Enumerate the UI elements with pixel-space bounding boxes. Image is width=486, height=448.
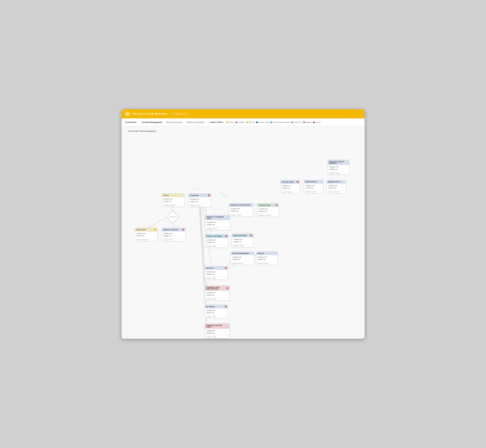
card-create-account-footer: Designer: Aloïs <box>162 238 185 241</box>
card-change-plan-footer: Designer: Guillaume <box>257 214 279 217</box>
badge-setup-usage: Set up usage services <box>271 121 290 123</box>
card-compare-subscription[interactable]: COMPARE YOUR SUBSCRIPTION -Desktop Link … <box>205 286 230 301</box>
badge-signup: Sign Up <box>246 121 255 123</box>
card-check-out-footer: Designer: Guillaume <box>135 238 157 241</box>
navbar: GLOSSARY Account Management Check Out Se… <box>122 118 365 126</box>
checkout-warning-badge <box>154 229 156 231</box>
badge-signup-dot <box>246 121 248 123</box>
svg-rect-0 <box>127 113 127 114</box>
card-check-out[interactable]: CHECK OUT -Desktop Link -Mobile Link Des… <box>135 228 158 241</box>
card-product-overview-footer: Designer: Manon <box>205 227 230 230</box>
card-change-plan[interactable]: CHANGE PLAN -Desktop Link -Mobile Link D… <box>257 203 279 217</box>
card-manage-options-footer: Designer: Manon <box>229 214 253 216</box>
card-add-sim-footer: Designer: Manon <box>281 191 300 193</box>
card-compare-subscription-body: -Desktop Link -Mobile Link <box>205 291 230 297</box>
badge-support: Support <box>303 121 312 123</box>
card-speed-boost-body: -Desktop Link -Mobile Link <box>304 184 323 190</box>
change-plan-error-badge <box>276 204 277 206</box>
badge-compare-dot <box>236 121 237 123</box>
card-product-overview[interactable]: PRODUCT OVERVIEW PAGE -Desktop Link -Mob… <box>205 215 230 230</box>
card-manage-fix-ip-header: MANAGE FIX IP <box>327 180 346 184</box>
card-create-account[interactable]: CREATE ACCOUNT -Desktop Link -Mobile Lin… <box>162 228 186 241</box>
gdpr-settings-error-badge <box>250 235 252 236</box>
card-manage-options-body: -Desktop Link -Mobile Link <box>229 207 253 213</box>
create-account-error-badge <box>182 229 184 231</box>
card-privacy-settings-body: -Desktop Link -Mobile Link <box>205 238 228 244</box>
badge-setup-usage-dot <box>271 121 272 123</box>
card-compare-subscription-footer: Designer: Joëlle <box>205 297 230 300</box>
badge-explore: Explore <box>226 121 234 123</box>
card-my-cases-footer: Designer: Joëlle <box>205 315 228 318</box>
badge-cancel: Cancel <box>313 121 321 123</box>
badge-checkout: Check Out <box>291 121 302 123</box>
user-steps-label: USER STEPS <box>208 121 225 123</box>
card-speed-boost-header: SPEED BOOST <box>304 180 323 184</box>
card-create-account-body: -Desktop Link -Mobile Link <box>162 231 185 238</box>
app-header: PROJECT FLOW MAPPING – TELENET 2.0 <box>122 109 365 118</box>
card-my-cases-body: -Desktop Link -Mobile Link <box>205 308 228 315</box>
badge-service-views-dot <box>256 121 258 123</box>
card-overview-body: -Desktop Link -Mobile Link <box>189 197 211 204</box>
card-gdpr-settings-footer: Designer: Joëlle <box>232 244 253 247</box>
diamond-label: Can't log in? <box>166 216 179 217</box>
card-manage-fix-ip-footer: Designer: Manon <box>327 190 346 193</box>
card-log-in-header: LOG IN <box>162 194 184 197</box>
card-manage-fix-ip[interactable]: MANAGE FIX IP -Desktop Link -Mobile Link… <box>327 180 346 193</box>
card-invoice-hardware[interactable]: INVOICE HARDWARE -Desktop Link -Mobile L… <box>231 252 254 265</box>
card-invoice[interactable]: INVOICE -Desktop Link -Mobile Link Desig… <box>256 252 278 265</box>
card-generate-return-label-header: GENERATE RETURN LABEL <box>205 324 230 328</box>
svg-rect-3 <box>128 114 129 115</box>
card-my-bills[interactable]: MY BILLS -Desktop Link -Mobile Link Desi… <box>205 266 228 280</box>
card-manage-options[interactable]: MANAGE YOUR OPTIONS -Desktop Link -Mobil… <box>229 203 253 217</box>
badge-cancel-dot <box>313 121 315 123</box>
card-invoice-hardware-footer: Designer: Manon <box>231 262 254 265</box>
card-check-out-body: -Desktop Link -Mobile Link <box>135 231 157 238</box>
privacy-settings-error-badge <box>225 235 227 237</box>
nav-glossary-label: GLOSSARY <box>125 121 139 123</box>
card-privacy-settings[interactable]: PRIVACY SETTINGS -Desktop Link -Mobile L… <box>205 234 229 248</box>
card-invoice-hardware-header: INVOICE HARDWARE <box>231 252 254 255</box>
card-overview-footer: Designer: Joëlle <box>189 204 211 207</box>
card-speed-boost[interactable]: SPEED BOOST -Desktop Link -Mobile Link D… <box>304 180 323 193</box>
card-my-bills-header: MY BILLS <box>205 266 228 270</box>
connectors-layer <box>122 126 365 339</box>
svg-line-8 <box>201 198 212 266</box>
card-manage-options-header: MANAGE YOUR OPTIONS <box>229 203 253 207</box>
card-request-fixed-ip[interactable]: REQUEST FIXED IP ADDRESS -Desktop Link -… <box>328 160 349 175</box>
card-generate-return-label[interactable]: GENERATE RETURN LABEL -Desktop Link -Mob… <box>205 324 230 338</box>
card-add-sim[interactable]: ADD SIM CARD -Desktop Link -Mobile Link … <box>280 180 300 194</box>
card-gdpr-settings[interactable]: GDPR SETTINGS -Desktop Link -Mobile Link… <box>232 233 254 247</box>
badge-explore-dot <box>226 121 228 123</box>
compare-subscription-error-badge <box>227 287 228 289</box>
card-request-fixed-ip-header: REQUEST FIXED IP ADDRESS <box>328 160 349 165</box>
card-generate-return-label-footer: Designer: Joëlle <box>205 336 230 338</box>
card-create-account-header: CREATE ACCOUNT <box>162 228 185 231</box>
svg-line-5 <box>217 191 230 198</box>
card-my-cases-header: MY CASES <box>205 305 228 308</box>
nav-checkout-services[interactable]: Check Out Services <box>164 118 184 126</box>
badge-service-views: Service views <box>256 121 269 123</box>
card-product-overview-header: PRODUCT OVERVIEW PAGE <box>205 215 230 220</box>
card-overview[interactable]: OVERVIEW -Desktop Link -Mobile Link Desi… <box>188 193 211 207</box>
card-my-cases[interactable]: MY CASES -Desktop Link -Mobile Link Desi… <box>205 305 228 318</box>
card-speed-boost-footer: Designer: Manon <box>304 190 323 193</box>
app-logo-icon <box>125 112 130 116</box>
nav-checkout-hardware[interactable]: Check Out Hardware <box>184 118 206 126</box>
card-privacy-settings-footer: Designer: Joëlle <box>205 245 228 248</box>
card-invoice-header: INVOICE <box>256 252 278 255</box>
card-gdpr-settings-body: -Desktop Link -Mobile Link <box>232 237 253 244</box>
card-request-fixed-ip-body: -Desktop Link -Mobile Link <box>328 165 349 171</box>
card-overview-header: OVERVIEW <box>189 194 211 197</box>
card-manage-fix-ip-body: -Desktop Link -Mobile Link <box>327 184 346 190</box>
my-cases-error-badge <box>225 306 227 307</box>
card-log-in[interactable]: LOG IN -Desktop Link -Mobile Link Design… <box>162 193 184 207</box>
header-subtitle: – TELENET 2.0 <box>170 113 186 115</box>
nav-account-management[interactable]: Account Management <box>140 118 164 126</box>
main-canvas: ACCOUNT MANAGEMENT <box>122 126 365 339</box>
card-compare-subscription-header: COMPARE YOUR SUBSCRIPTION <box>205 286 230 291</box>
svg-line-13 <box>147 217 167 228</box>
card-add-sim-body: -Desktop Link -Mobile Link <box>281 184 300 190</box>
card-log-in-body: -Desktop Link -Mobile Link <box>162 197 184 203</box>
my-bills-error-badge <box>225 267 227 269</box>
step-badges-container: Explore Compare Sign Up Service views Se… <box>226 121 321 123</box>
